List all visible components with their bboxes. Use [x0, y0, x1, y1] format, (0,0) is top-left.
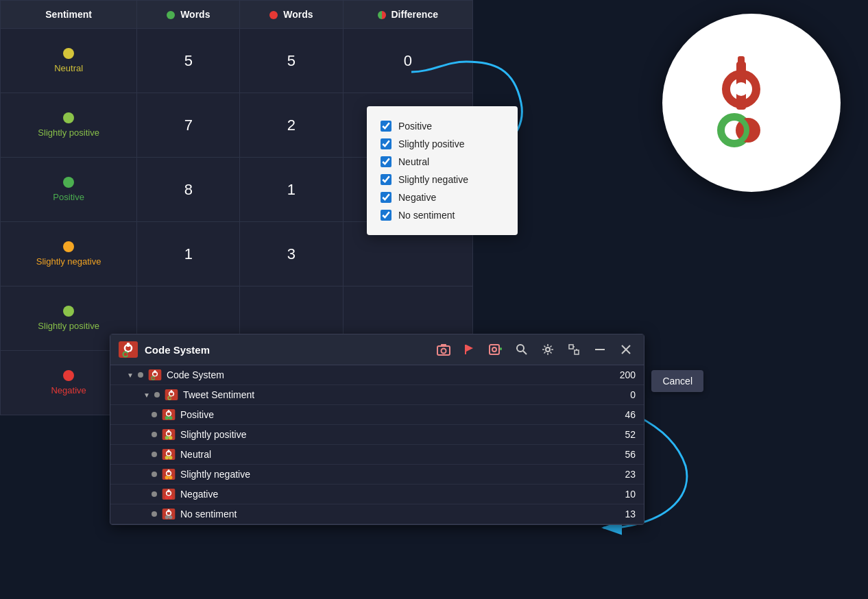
green-words-value: 1: [137, 222, 240, 286]
cs-row-tweet-sentiment[interactable]: ▼ Tweet Sentiment 0: [110, 385, 644, 405]
svg-rect-17: [490, 345, 499, 354]
svg-rect-48: [168, 430, 170, 432]
diff-value: 0: [343, 29, 472, 93]
svg-rect-25: [575, 350, 579, 354]
sentiment-cell: Neutral: [1, 29, 137, 93]
cs-row-root[interactable]: ▼ Code System 200: [110, 365, 644, 385]
filter-label-no-sentiment: No sentiment: [398, 210, 455, 221]
filter-item-no-sentiment[interactable]: No sentiment: [381, 206, 504, 224]
cancel-label: Cancel: [662, 376, 692, 387]
row-dot: [152, 452, 157, 457]
cs-expand-icon[interactable]: [564, 340, 583, 359]
svg-point-35: [155, 376, 158, 380]
filter-checkbox-no-sentiment[interactable]: [381, 210, 391, 221]
cs-search-icon[interactable]: [512, 340, 531, 359]
filter-checkbox-negative[interactable]: [381, 192, 391, 203]
cs-row-negative[interactable]: Negative 10: [110, 485, 644, 504]
cs-settings-icon[interactable]: [538, 340, 557, 359]
cs-minimize-icon[interactable]: [590, 340, 610, 359]
table-row: Neutral 5 5 0: [1, 29, 473, 93]
svg-point-65: [169, 496, 172, 499]
cs-negative-count: 10: [608, 489, 636, 500]
code-system-title: Code System: [145, 344, 427, 356]
col-header-difference: Difference: [343, 1, 472, 29]
filter-label-slightly-negative: Slightly negative: [398, 174, 468, 185]
filter-checkbox-neutral[interactable]: [381, 156, 391, 167]
svg-rect-24: [569, 345, 573, 349]
filter-checkbox-positive[interactable]: [381, 121, 391, 132]
red-words-value: 3: [240, 222, 343, 286]
green-words-value: 7: [137, 93, 240, 158]
svg-point-64: [165, 496, 169, 499]
cs-row-neutral[interactable]: Neutral 56: [110, 445, 644, 465]
cs-neutral-count: 56: [608, 449, 636, 460]
sentiment-label: Slightly positive: [38, 127, 99, 138]
code-system-header: Code System: [110, 334, 644, 365]
filter-label-slightly-positive: Slightly positive: [398, 138, 465, 149]
cs-row-no-sentiment[interactable]: No sentiment 13: [110, 504, 644, 524]
filter-item-slightly-negative[interactable]: Slightly negative: [381, 171, 504, 188]
cs-row-slightly-negative[interactable]: Slightly negative 23: [110, 465, 644, 485]
cs-close-icon[interactable]: [616, 340, 636, 359]
filter-item-negative[interactable]: Negative: [381, 188, 504, 206]
svg-rect-7: [738, 56, 745, 69]
half-dot-header: [378, 11, 386, 19]
svg-point-2: [734, 82, 748, 96]
svg-rect-58: [168, 469, 170, 472]
svg-point-21: [517, 345, 524, 352]
green-words-value: 8: [137, 158, 240, 222]
svg-point-54: [165, 456, 169, 459]
code-system-panel: Code System ▼: [110, 334, 644, 525]
filter-item-slightly-positive[interactable]: Slightly positive: [381, 135, 504, 153]
cs-slightly-negative-label: Slightly negative: [180, 469, 250, 480]
svg-point-12: [128, 352, 133, 357]
filter-item-neutral[interactable]: Neutral: [381, 153, 504, 171]
sentiment-cell: Positive: [1, 158, 137, 222]
cs-row-positive[interactable]: Positive 46: [110, 405, 644, 425]
svg-point-44: [165, 416, 169, 419]
cs-root-label: Code System: [167, 369, 224, 380]
row-dot: [152, 432, 157, 437]
cancel-tooltip: Cancel: [651, 370, 703, 392]
sentiment-label: Slightly positive: [38, 321, 99, 331]
cs-add-code-icon[interactable]: [486, 340, 505, 359]
svg-point-70: [169, 515, 172, 519]
svg-point-60: [169, 476, 172, 479]
sentiment-dot: [63, 241, 74, 252]
row-slightly-positive-icon: [161, 429, 176, 440]
row-negative-icon: [161, 489, 176, 500]
filter-item-positive[interactable]: Positive: [381, 117, 504, 135]
sentiment-cell: Slightly positive: [1, 93, 137, 158]
code-system-body: ▼ Code System 200 ▼ Tweet Sen: [110, 365, 644, 524]
row-dot: [152, 511, 157, 517]
cs-row-slightly-positive[interactable]: Slightly positive 52: [110, 425, 644, 445]
cs-camera-icon[interactable]: [434, 340, 453, 359]
svg-point-18: [492, 347, 496, 352]
row-dot: [138, 372, 143, 378]
svg-point-50: [169, 436, 172, 439]
filter-checkbox-slightly-negative[interactable]: [381, 174, 391, 185]
svg-rect-63: [168, 489, 170, 492]
row-positive-icon: [161, 409, 176, 420]
col-header-green-words: Words: [137, 1, 240, 29]
sentiment-label: Slightly negative: [36, 256, 101, 267]
red-words-value: 2: [240, 93, 343, 158]
svg-rect-15: [441, 344, 446, 347]
svg-point-45: [169, 416, 172, 419]
cs-slightly-negative-count: 23: [608, 469, 636, 480]
svg-line-22: [523, 351, 527, 354]
row-dot: [152, 412, 157, 417]
filter-checkbox-slightly-positive[interactable]: [381, 138, 391, 149]
svg-rect-53: [168, 450, 170, 452]
sentiment-label: Negative: [51, 385, 86, 395]
cs-no-sentiment-label: No sentiment: [180, 509, 237, 519]
svg-point-49: [165, 436, 169, 439]
filter-label-positive: Positive: [398, 121, 432, 132]
cs-root-count: 200: [608, 369, 636, 380]
code-system-logo-icon: [119, 341, 138, 358]
sentiment-dot: [63, 48, 74, 59]
cs-flag-icon[interactable]: [460, 340, 479, 359]
cs-tweet-sentiment-label: Tweet Sentiment: [183, 389, 254, 400]
sentiment-label: Positive: [53, 192, 84, 202]
row-dot: [152, 472, 157, 477]
